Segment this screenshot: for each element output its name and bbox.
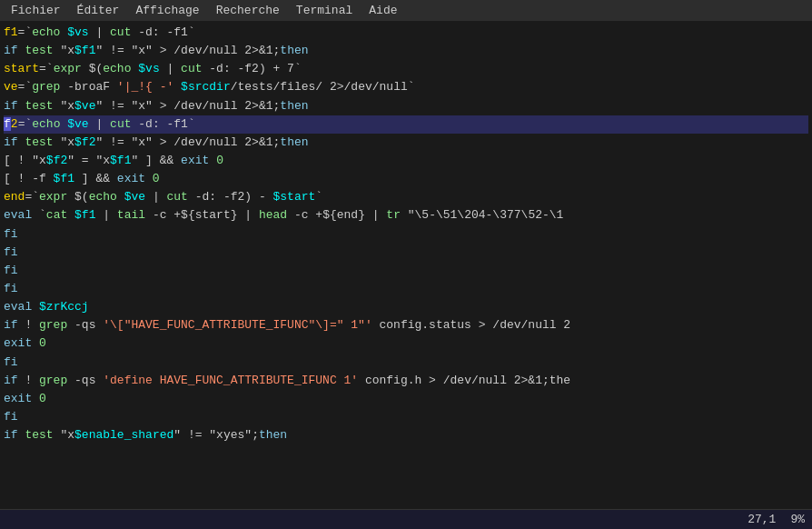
- editor-line: fi: [4, 408, 808, 426]
- menu-editer[interactable]: Éditer: [70, 2, 127, 19]
- editor-line: fi: [4, 244, 808, 262]
- editor-line: ve=`grep -broaF '|_!{ -' $srcdir/tests/f…: [4, 78, 808, 96]
- scroll-percent: 9%: [790, 513, 805, 526]
- editor[interactable]: f1=`echo $vs | cut -d: -f1` if test "x$f…: [0, 22, 812, 509]
- menu-affichage[interactable]: Affichage: [128, 2, 206, 19]
- editor-line: if ! grep -qs '\["HAVE_FUNC_ATTRIBUTE_IF…: [4, 316, 808, 334]
- cursor-position: 27,1: [748, 513, 776, 526]
- editor-line: fi: [4, 225, 808, 244]
- editor-line: start=`expr $(echo $vs | cut -d: -f2) + …: [4, 60, 808, 78]
- menu-fichier[interactable]: Fichier: [4, 2, 68, 19]
- editor-line: fi: [4, 354, 808, 372]
- statusbar: 27,1 9%: [0, 509, 812, 529]
- editor-line: exit 0: [4, 334, 808, 353]
- editor-line: eval `cat $f1 | tail -c +${start} | head…: [4, 206, 808, 225]
- editor-line: if test "x$enable_shared" != "xyes";then: [4, 426, 808, 444]
- editor-line: if ! grep -qs 'define HAVE_FUNC_ATTRIBUT…: [4, 372, 808, 390]
- menubar: Fichier Éditer Affichage Recherche Termi…: [0, 0, 812, 22]
- editor-line: f2=`echo $ve | cut -d: -f1`: [4, 115, 808, 134]
- editor-line: if test "x$f2" != "x" > /dev/null 2>&1;t…: [4, 134, 808, 152]
- editor-line: f1=`echo $vs | cut -d: -f1`: [4, 24, 808, 42]
- editor-line: exit 0: [4, 390, 808, 408]
- editor-line: end=`expr $(echo $ve | cut -d: -f2) - $s…: [4, 188, 808, 206]
- editor-line: fi: [4, 262, 808, 280]
- menu-aide[interactable]: Aide: [361, 2, 404, 19]
- editor-line: fi: [4, 280, 808, 298]
- editor-line: eval $zrKccj: [4, 298, 808, 316]
- menu-terminal[interactable]: Terminal: [289, 2, 360, 19]
- menu-recherche[interactable]: Recherche: [209, 2, 287, 19]
- editor-line: [ ! -f $f1 ] && exit 0: [4, 170, 808, 188]
- editor-line: [ ! "x$f2" = "x$f1" ] && exit 0: [4, 152, 808, 170]
- editor-line: if test "x$f1" != "x" > /dev/null 2>&1;t…: [4, 42, 808, 60]
- editor-line: if test "x$ve" != "x" > /dev/null 2>&1;t…: [4, 97, 808, 115]
